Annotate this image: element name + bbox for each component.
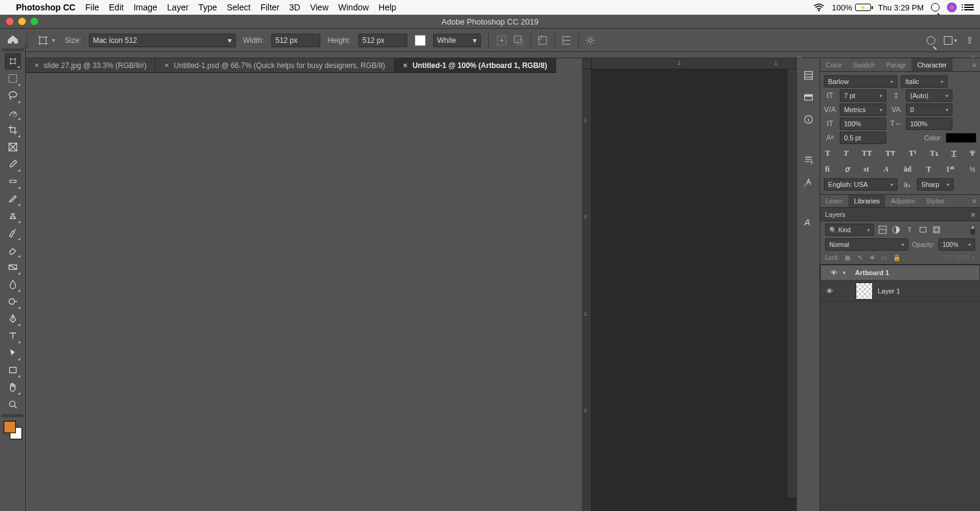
path-select-tool[interactable] (5, 345, 21, 361)
artboard-tool[interactable] (5, 53, 21, 69)
font-size-select[interactable]: 7 pt▾ (840, 89, 886, 102)
artboard-nest-icon[interactable] (513, 35, 524, 46)
menu-select[interactable]: Select (227, 2, 251, 12)
marquee-tool[interactable] (5, 70, 21, 86)
crop-tool[interactable] (5, 122, 21, 138)
fractions-button[interactable]: ½ (970, 165, 975, 174)
ruler-vertical[interactable]: 1 0 1 2 (582, 69, 592, 511)
glyphs-panel-icon[interactable]: A (802, 216, 815, 229)
filter-toggle[interactable] (970, 225, 975, 235)
doc-tab-3[interactable]: ×Untitled-1 @ 100% (Artboard 1, RGB/8) (394, 58, 556, 72)
artboard-crop-icon[interactable] (537, 35, 548, 46)
contextual-alt-button[interactable]: ơ (845, 165, 849, 174)
clone-stamp-tool[interactable] (5, 208, 21, 224)
siri-icon[interactable] (947, 2, 957, 12)
lock-artboard-icon[interactable]: ▭ (880, 253, 889, 262)
spotlight-icon[interactable] (931, 3, 940, 12)
minimize-button[interactable] (18, 18, 26, 25)
subscript-button[interactable]: T₁ (930, 148, 938, 158)
brush-tool[interactable] (5, 191, 21, 206)
dodge-tool[interactable] (5, 293, 21, 309)
align-icon[interactable] (561, 35, 572, 46)
close-button[interactable] (6, 18, 13, 25)
panel-menu-icon[interactable]: ≡ (969, 195, 980, 207)
canvas-area[interactable]: 2 1 0 1 2 3 4 ▾ 1 0 1 2 Artboard 1 + + +… (582, 58, 796, 511)
artboard-tool-preset[interactable]: ▾ (35, 35, 58, 46)
layer-group-artboard[interactable]: 👁 ▾ Artboard 1 (820, 265, 980, 281)
quick-select-tool[interactable] (5, 105, 21, 121)
menu-filter[interactable]: Filter (260, 2, 279, 12)
history-panel-icon[interactable] (802, 69, 815, 81)
libraries-tab[interactable]: Libraries (848, 195, 885, 207)
stylistic-alt-button[interactable]: ād (903, 165, 911, 174)
adjustments-tab[interactable]: Adjustm (885, 195, 921, 207)
character-panel-icon[interactable] (802, 176, 815, 188)
menu-3d[interactable]: 3D (289, 2, 300, 12)
antialias-select[interactable]: Sharp▾ (917, 178, 954, 191)
healing-brush-tool[interactable] (5, 173, 21, 189)
gear-icon[interactable] (585, 35, 596, 46)
underline-button[interactable]: T (951, 148, 957, 158)
layer-row[interactable]: 👁 Layer 1 (820, 281, 980, 301)
hand-tool[interactable] (5, 379, 21, 395)
properties-panel-icon[interactable] (802, 91, 815, 104)
text-color-swatch[interactable] (946, 133, 976, 143)
close-tab-icon[interactable]: × (403, 61, 408, 69)
italic-button[interactable]: T (843, 148, 848, 158)
width-input[interactable]: 512 px (271, 34, 320, 47)
panel-menu-icon[interactable]: ≡ (969, 58, 980, 71)
vscale-input[interactable]: 100% (840, 118, 886, 130)
discretionary-lig-button[interactable]: st (864, 165, 869, 174)
eyedropper-tool[interactable] (5, 156, 21, 172)
info-panel-icon[interactable] (802, 113, 815, 126)
type-tool[interactable] (5, 328, 21, 344)
menu-type[interactable]: Type (198, 2, 217, 12)
zoom-button[interactable] (31, 18, 38, 25)
artboard-bg-swatch[interactable] (415, 35, 426, 46)
eraser-tool[interactable] (5, 242, 21, 258)
layer-filter-kind[interactable]: 🔍 Kind▾ (825, 224, 874, 236)
opacity-input[interactable]: 100%▾ (938, 238, 975, 251)
leading-select[interactable]: (Auto)▾ (906, 89, 952, 102)
ligatures-button[interactable]: fi (825, 165, 829, 174)
paragraph-tab[interactable]: Paragr (880, 58, 911, 71)
frame-tool[interactable] (5, 139, 21, 155)
artboard-add-icon[interactable] (496, 35, 507, 46)
swash-button[interactable]: A (884, 165, 889, 174)
close-tab-icon[interactable]: × (34, 61, 39, 69)
filter-type-icon[interactable]: T (905, 225, 914, 235)
notification-center-icon[interactable] (964, 4, 974, 10)
menu-file[interactable]: File (85, 2, 99, 12)
ruler-horizontal[interactable]: 2 1 0 1 2 3 4 ▾ (592, 58, 796, 69)
canvas-scrollbar[interactable] (788, 69, 796, 498)
character-tab[interactable]: Character (911, 58, 952, 71)
lock-transparent-icon[interactable]: ▦ (843, 253, 852, 262)
filter-smart-icon[interactable] (932, 225, 941, 235)
canvas-search-icon[interactable] (927, 36, 935, 45)
blur-tool[interactable] (5, 276, 21, 292)
learn-tab[interactable]: Learn (820, 195, 848, 207)
share-icon[interactable]: ⇪ (966, 35, 974, 46)
styles-tab[interactable]: Styles (921, 195, 950, 207)
allcaps-button[interactable]: TT (862, 148, 872, 158)
rectangle-tool[interactable] (5, 362, 21, 378)
pen-tool[interactable] (5, 311, 21, 327)
visibility-toggle[interactable]: 👁 (824, 269, 843, 276)
menu-layer[interactable]: Layer (167, 2, 189, 12)
doc-tab-2[interactable]: ×Untitled-1.psd @ 66.7% (Quick helps for… (156, 58, 394, 72)
gradient-tool[interactable] (5, 259, 21, 275)
ordinals-button[interactable]: 1ˢᵗ (946, 165, 955, 174)
menu-image[interactable]: Image (134, 2, 157, 12)
bold-button[interactable]: T (825, 148, 831, 158)
menu-view[interactable]: View (310, 2, 328, 12)
menu-window[interactable]: Window (338, 2, 369, 12)
history-brush-tool[interactable] (5, 225, 21, 241)
doc-tab-1[interactable]: ×slide 27.jpg @ 33.3% (RGB/8#) (26, 58, 156, 72)
size-preset-select[interactable]: Mac Icon 512▾ (89, 34, 236, 47)
panel-menu-icon[interactable]: ≡ (971, 211, 975, 218)
ruler-origin[interactable] (582, 58, 592, 69)
artboard-bg-select[interactable]: White▾ (433, 34, 481, 47)
hscale-input[interactable]: 100% (906, 118, 952, 130)
zoom-tool[interactable] (5, 396, 21, 412)
lock-position-icon[interactable]: ✥ (868, 253, 876, 262)
